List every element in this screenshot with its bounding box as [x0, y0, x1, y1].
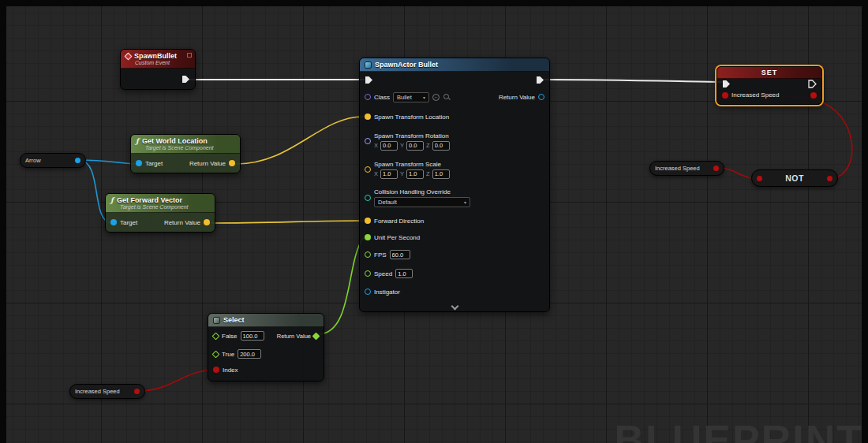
return-value-label: Return Value — [164, 219, 200, 226]
select-icon — [213, 317, 220, 324]
node-title: Get Forward Vector — [117, 196, 182, 204]
return-value-label: Return Value — [189, 160, 226, 167]
unit-per-second-label: Unit Per Second — [374, 234, 420, 241]
spawn-transform-rotation-pin[interactable] — [365, 138, 371, 144]
scale-x-input[interactable] — [380, 169, 398, 179]
arrow-output-pin[interactable] — [75, 158, 80, 163]
increased-speed-output-pin[interactable] — [713, 166, 719, 171]
node-spawnbullet-custom-event[interactable]: SpawnBullet Custom Event — [120, 49, 196, 90]
forward-direction-pin[interactable] — [365, 218, 371, 224]
delegate-pin[interactable] — [187, 53, 192, 58]
select-false-input[interactable] — [241, 331, 264, 341]
rotation-y-input[interactable] — [406, 141, 424, 151]
axis-z-label: Z — [426, 170, 430, 177]
node-subtitle: Target is Scene Component — [120, 204, 209, 210]
node-arrow-variable[interactable]: Arrow — [20, 153, 86, 168]
target-pin[interactable] — [110, 219, 117, 225]
node-get-world-location[interactable]: ƒ Get World Location Target is Scene Com… — [130, 134, 241, 173]
node-increased-speed-variable-right[interactable]: Increased Speed — [649, 161, 724, 176]
exec-out-pin[interactable] — [808, 80, 817, 88]
forward-direction-label: Forward Direction — [374, 218, 424, 225]
blueprint-graph-canvas[interactable]: BLUEPRINT SpawnBullet Custom Event — [0, 0, 868, 443]
browse-asset-icon[interactable] — [443, 93, 451, 101]
viewport-edge-top — [0, 0, 868, 6]
chevron-down-icon — [451, 302, 458, 310]
collision-handling-dropdown[interactable]: Default ▾ — [374, 197, 470, 207]
instigator-pin[interactable] — [365, 289, 371, 295]
increased-speed-input-pin[interactable] — [722, 92, 728, 99]
scale-z-input[interactable] — [432, 169, 450, 179]
variable-label: Increased Speed — [75, 388, 130, 395]
scale-y-input[interactable] — [406, 169, 424, 179]
collision-handling-pin[interactable] — [365, 195, 371, 201]
class-label: Class — [374, 94, 390, 101]
variable-label: Arrow — [25, 157, 71, 164]
not-output-pin[interactable] — [827, 176, 832, 181]
node-title: SpawnActor Bullet — [375, 61, 438, 69]
target-pin[interactable] — [136, 160, 142, 166]
viewport-edge-right — [862, 0, 868, 443]
node-select[interactable]: Select False Return Value True Index — [208, 313, 324, 382]
increased-speed-output-pin[interactable] — [810, 92, 817, 99]
collision-handling-label: Collision Handling Override — [374, 188, 470, 195]
fps-label: FPS — [374, 251, 387, 259]
node-subtitle: Target is Scene Component — [145, 145, 234, 151]
increased-speed-output-pin[interactable] — [134, 389, 140, 394]
node-subtitle: Custom Event — [135, 60, 189, 65]
collision-dropdown-value: Default — [378, 199, 397, 206]
spawn-transform-scale-pin[interactable] — [365, 166, 371, 173]
wire-select-to-unitpersecond[interactable] — [318, 237, 364, 334]
class-dropdown[interactable]: Bullet ▾ — [393, 92, 429, 102]
wire-arrow-to-worldlocation-target[interactable] — [80, 160, 137, 164]
return-value-pin[interactable] — [204, 219, 210, 225]
spawn-transform-location-label: Spawn Transform Location — [374, 114, 449, 121]
exec-out-pin[interactable] — [181, 75, 190, 84]
axis-x-label: X — [374, 170, 378, 177]
chevron-down-icon: ▾ — [423, 95, 425, 100]
not-input-pin[interactable] — [757, 176, 762, 181]
select-true-input[interactable] — [238, 349, 261, 359]
set-variable-label: Increased Speed — [731, 91, 780, 99]
node-get-forward-vector[interactable]: ƒ Get Forward Vector Target is Scene Com… — [105, 193, 215, 233]
wire-worldlocation-to-spawnlocation[interactable] — [237, 117, 363, 164]
axis-x-label: X — [374, 142, 378, 149]
return-value-pin[interactable] — [538, 94, 544, 100]
fps-input[interactable] — [390, 250, 410, 259]
spawn-transform-location-pin[interactable] — [365, 114, 371, 120]
node-title: Get World Location — [142, 137, 208, 145]
use-selected-asset-icon[interactable]: ← — [432, 94, 440, 101]
target-label: Target — [145, 160, 163, 167]
node-spawnactor-bullet[interactable]: SpawnActor Bullet Class Bullet ▾ ← Retur… — [359, 58, 550, 312]
return-value-label: Return Value — [277, 333, 311, 340]
select-false-pin[interactable] — [212, 332, 220, 340]
select-index-pin[interactable] — [213, 367, 219, 373]
wire-increasedspeed-to-select-index[interactable] — [140, 370, 211, 391]
target-label: Target — [120, 219, 137, 226]
rotation-z-input[interactable] — [432, 141, 450, 151]
speed-input[interactable] — [395, 269, 413, 278]
unit-per-second-pin[interactable] — [365, 234, 371, 240]
class-pin[interactable] — [365, 94, 371, 100]
speed-pin[interactable] — [365, 270, 371, 277]
exec-in-pin[interactable] — [365, 76, 373, 84]
custom-event-icon — [125, 52, 133, 60]
node-set-increased-speed[interactable]: SET Increased Speed — [716, 66, 822, 105]
axis-y-label: Y — [400, 142, 404, 149]
exec-in-pin[interactable] — [722, 80, 731, 88]
node-not-boolean[interactable]: NOT — [751, 169, 838, 187]
select-true-pin[interactable] — [212, 350, 220, 358]
node-increased-speed-variable-bottom[interactable]: Increased Speed — [69, 384, 145, 399]
fps-pin[interactable] — [365, 251, 371, 258]
wire-exec-spawnactor-to-set[interactable] — [543, 80, 722, 82]
rotation-x-input[interactable] — [380, 141, 398, 151]
select-return-pin[interactable] — [312, 332, 320, 340]
node-expand-button[interactable] — [360, 300, 549, 311]
node-title: NOT — [766, 173, 823, 183]
wire-forwardvector-to-forwarddirection[interactable] — [211, 221, 363, 223]
wire-not-to-set-input[interactable] — [728, 95, 852, 178]
chevron-down-icon: ▾ — [464, 199, 466, 205]
speed-label: Speed — [374, 270, 392, 277]
return-value-pin[interactable] — [229, 160, 235, 166]
select-false-label: False — [222, 333, 238, 340]
exec-out-pin[interactable] — [536, 76, 544, 84]
